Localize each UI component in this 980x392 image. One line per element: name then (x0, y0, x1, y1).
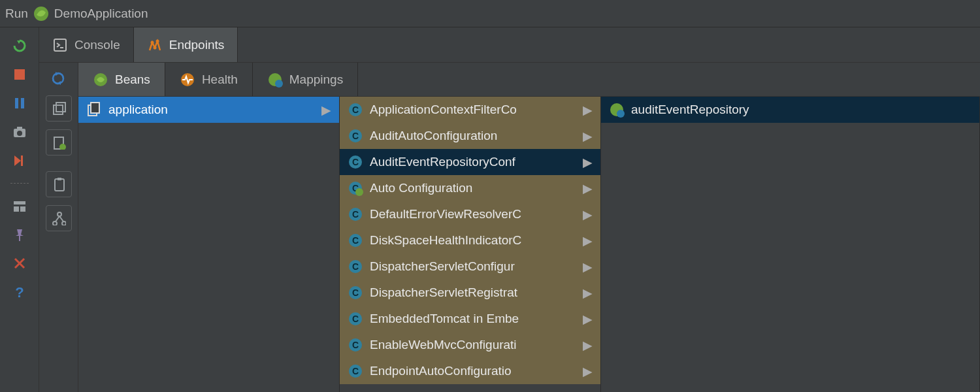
bean-item[interactable]: DefaultErrorViewResolverC▶ (340, 201, 600, 227)
browser-col-beans: ApplicationContextFilterCo▶AuditAutoConf… (340, 97, 601, 392)
bean-item[interactable]: EmbeddedTomcat in Embe▶ (340, 306, 600, 332)
stop-button[interactable] (12, 67, 27, 82)
item-label: AuditEventRepositoryConf (370, 155, 576, 169)
class-icon (348, 233, 363, 248)
class-icon (348, 337, 363, 353)
pause-button[interactable] (12, 95, 27, 111)
bean-item[interactable]: AuditEventRepositoryConf▶ (340, 149, 600, 175)
browser-col-root: application ▶ (78, 97, 340, 392)
item-label: auditEventRepository (631, 103, 972, 117)
class-icon (348, 206, 363, 222)
bean-item[interactable]: ApplicationContextFilterCo▶ (340, 97, 600, 123)
subtab-label: Mappings (289, 73, 343, 87)
subtab-label: Health (202, 73, 238, 87)
item-label: AuditAutoConfiguration (370, 129, 576, 143)
chevron-right-icon: ▶ (583, 155, 593, 170)
bean-item[interactable]: EndpointAutoConfiguratio▶ (340, 358, 600, 384)
item-label: Auto Configuration (370, 181, 576, 195)
item-label: DefaultErrorViewResolverC (370, 207, 576, 221)
separator (10, 183, 29, 184)
chevron-right-icon: ▶ (583, 364, 593, 379)
diagram-button[interactable] (46, 205, 72, 231)
bean-item[interactable]: Auto Configuration▶ (340, 175, 600, 201)
mappings-icon (609, 102, 625, 118)
item-label: EmbeddedTomcat in Embe (370, 312, 576, 326)
run-label: Run (5, 7, 28, 21)
chevron-right-icon: ▶ (583, 129, 593, 144)
item-label: DispatcherServletRegistrat (370, 286, 576, 300)
pages-icon (86, 102, 102, 118)
stack-button[interactable] (46, 95, 72, 122)
leaf-item[interactable]: auditEventRepository (601, 97, 979, 123)
layout-button[interactable] (12, 198, 27, 214)
tab-endpoints[interactable]: Endpoints (134, 27, 238, 62)
bean-item[interactable]: DispatcherServletConfigur▶ (340, 253, 600, 280)
subtab-health[interactable]: Health (165, 63, 253, 96)
health-icon (180, 72, 195, 88)
bean-item[interactable]: DiskSpaceHealthIndicatorC▶ (340, 227, 600, 253)
class-icon (348, 311, 363, 327)
bean-item[interactable]: EnableWebMvcConfigurati▶ (340, 332, 600, 358)
help-button[interactable] (12, 284, 27, 300)
refresh-button[interactable] (50, 71, 67, 88)
tab-label: Endpoints (169, 38, 225, 52)
spring-icon (33, 6, 49, 22)
leaf-icon (93, 72, 108, 88)
chevron-right-icon: ▶ (583, 312, 593, 327)
run-toolbar (0, 27, 39, 392)
class-icon (348, 102, 363, 118)
endpoints-icon (147, 37, 163, 53)
chevron-right-icon: ▶ (583, 286, 593, 301)
class-icon (348, 363, 363, 379)
dump-button[interactable] (12, 124, 27, 140)
item-label: DiskSpaceHealthIndicatorC (370, 233, 576, 248)
item-label: EndpointAutoConfiguratio (370, 364, 576, 378)
bean-item[interactable]: DispatcherServletRegistrat▶ (340, 280, 600, 306)
beans-browser: application ▶ ApplicationContextFilterCo… (78, 97, 980, 392)
class-icon (348, 128, 363, 144)
browser-col-leaf: auditEventRepository (601, 97, 980, 392)
chevron-right-icon: ▶ (321, 103, 331, 118)
pin-button[interactable] (12, 227, 27, 242)
mappings-icon (267, 72, 283, 88)
tab-console[interactable]: Console (39, 27, 134, 62)
chevron-right-icon: ▶ (583, 338, 593, 353)
console-icon (52, 37, 68, 53)
run-header: Run DemoApplication (0, 0, 980, 27)
class-icon (348, 285, 363, 301)
item-label: DispatcherServletConfigur (370, 259, 576, 274)
top-tabs: Console Endpoints (39, 27, 980, 63)
chevron-right-icon: ▶ (583, 233, 593, 248)
tab-label: Console (74, 38, 120, 52)
app-name: DemoApplication (54, 7, 148, 21)
subtab-beans[interactable]: Beans (78, 63, 165, 96)
clipboard-button[interactable] (46, 171, 72, 197)
exit-button[interactable] (12, 153, 27, 169)
live-beans-button[interactable] (46, 129, 72, 155)
endpoint-subtabs: Beans Health Mappings (78, 63, 980, 97)
item-label: EnableWebMvcConfigurati (370, 338, 576, 352)
close-button[interactable] (12, 255, 27, 271)
root-item-application[interactable]: application ▶ (78, 97, 339, 123)
chevron-right-icon: ▶ (583, 181, 593, 196)
item-label: ApplicationContextFilterCo (370, 103, 576, 117)
chevron-right-icon: ▶ (583, 259, 593, 274)
rerun-button[interactable] (12, 38, 27, 54)
chevron-right-icon: ▶ (583, 207, 593, 222)
bean-item[interactable]: AuditAutoConfiguration▶ (340, 123, 600, 149)
class-icon (348, 154, 363, 170)
subtab-label: Beans (115, 73, 150, 87)
item-label: application (108, 103, 315, 117)
endpoints-toolbar (39, 63, 78, 392)
class-icon (348, 180, 363, 196)
class-icon (348, 259, 363, 274)
subtab-mappings[interactable]: Mappings (253, 63, 358, 96)
chevron-right-icon: ▶ (583, 103, 593, 118)
